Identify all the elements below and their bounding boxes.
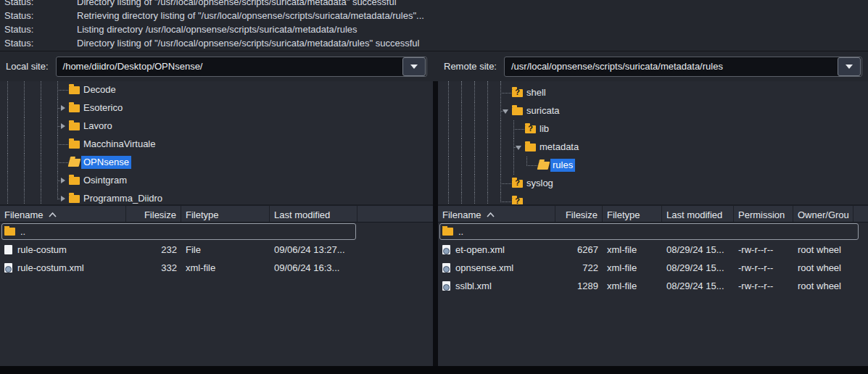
- focus-outline: [439, 223, 859, 240]
- tree-item-rules[interactable]: rules: [438, 157, 868, 175]
- remote-directory-tree[interactable]: shellsuricatalibmetadatarulessyslog: [438, 81, 868, 206]
- folder-icon: [69, 104, 80, 112]
- local-list-header: Filename Filesize Filetype Last modified: [0, 206, 433, 223]
- file-row-opnsense-xml[interactable]: opnsense.xml722xml-file08/29/24 15...-rw…: [438, 259, 868, 277]
- remote-site-path[interactable]: /usr/local/opnsense/scripts/suricata/met…: [505, 61, 837, 72]
- file-perms: -rw-r--r--: [734, 244, 793, 255]
- status-log-line: Status:Retrieving directory listing of "…: [0, 9, 868, 22]
- tree-item-label[interactable]: Osintgram: [81, 174, 129, 187]
- tree-item-label[interactable]: metadata: [537, 141, 581, 154]
- folder-icon: [69, 141, 80, 149]
- tree-collapse-icon[interactable]: [516, 146, 521, 150]
- xml-file-icon: [442, 263, 450, 273]
- status-message: Listing directory /usr/local/opnsense/sc…: [77, 22, 357, 36]
- remote-file-list[interactable]: ..et-open.xml6267xml-file08/29/24 15...-…: [438, 223, 868, 366]
- file-modified: 08/29/24 15...: [662, 244, 734, 255]
- file-row-rule-costum-xml[interactable]: rule-costum.xml332xml-file09/06/24 16:3.…: [0, 259, 433, 277]
- column-header-filename[interactable]: Filename: [438, 206, 555, 222]
- remote-site-combo[interactable]: /usr/local/opnsense/scripts/suricata/met…: [504, 57, 862, 77]
- tree-collapse-icon[interactable]: [503, 109, 508, 114]
- xml-file-icon: [442, 245, 450, 254]
- folder-icon: [512, 89, 523, 97]
- folder-icon: [512, 107, 523, 115]
- column-header-filetype[interactable]: Filetype: [603, 206, 662, 222]
- tree-item-macchinavirtuale[interactable]: MacchinaVirtuale: [0, 136, 433, 154]
- local-file-list[interactable]: ..rule-costum232File09/06/24 13:27...rul…: [0, 223, 433, 366]
- folder-icon: [69, 177, 80, 185]
- sort-ascending-icon: [487, 212, 495, 217]
- tree-expand-icon[interactable]: [61, 196, 65, 201]
- filename: et-open.xml: [455, 244, 505, 255]
- chevron-down-icon: [410, 65, 418, 69]
- focus-outline: [1, 223, 356, 240]
- status-label: Status:: [0, 0, 77, 9]
- file-icon: [4, 245, 12, 254]
- local-pane: DecodeEsotericoLavoroMacchinaVirtualeOPN…: [0, 81, 433, 366]
- remote-pane: shellsuricatalibmetadatarulessyslog File…: [438, 81, 868, 366]
- tree-item-label[interactable]: Programma_Diidro: [81, 192, 165, 205]
- local-directory-tree[interactable]: DecodeEsotericoLavoroMacchinaVirtualeOPN…: [0, 81, 433, 206]
- tree-expand-icon[interactable]: [61, 123, 65, 129]
- column-header-filename[interactable]: Filename: [0, 206, 126, 222]
- remote-list-header: Filename Filesize Filetype Last modified…: [438, 206, 868, 223]
- folder-icon: [512, 180, 523, 188]
- filename: sslbl.xml: [455, 280, 492, 291]
- tree-item-metadata[interactable]: metadata: [438, 138, 868, 157]
- file-row-et-open-xml[interactable]: et-open.xml6267xml-file08/29/24 15...-rw…: [438, 241, 868, 259]
- tree-item-esoterico[interactable]: Esoterico: [0, 99, 433, 117]
- tree-item-label[interactable]: shell: [524, 86, 548, 99]
- file-type: xml-file: [603, 244, 662, 255]
- column-header-last-modified[interactable]: Last modified: [270, 206, 357, 222]
- column-header-filesize[interactable]: Filesize: [555, 206, 603, 222]
- column-header-owner-group[interactable]: Owner/Grou: [793, 206, 853, 222]
- folder-icon: [4, 228, 15, 236]
- tree-item-opnsense[interactable]: OPNsense: [0, 154, 433, 172]
- tree-item-lavoro[interactable]: Lavoro: [0, 117, 433, 136]
- tree-item-suricata[interactable]: suricata: [438, 102, 868, 120]
- tree-item-label[interactable]: suricata: [524, 104, 562, 117]
- tree-item-label[interactable]: Lavoro: [81, 120, 115, 133]
- tree-item-syslog[interactable]: syslog: [438, 175, 868, 193]
- file-row-sslbl-xml[interactable]: sslbl.xml1289xml-file08/29/24 15...-rw-r…: [438, 277, 868, 295]
- local-site-path[interactable]: /home/diidro/Desktop/OPNsense/: [57, 61, 402, 72]
- column-header-label: Filename: [442, 209, 481, 220]
- column-header-filetype[interactable]: Filetype: [181, 206, 270, 222]
- column-header-last-modified[interactable]: Last modified: [662, 206, 734, 222]
- folder-icon: [69, 122, 80, 130]
- local-site-dropdown-button[interactable]: [402, 57, 426, 76]
- tree-item-label[interactable]: OPNsense: [81, 156, 131, 169]
- file-owner: root wheel: [793, 262, 853, 273]
- tree-item-label[interactable]: Esoterico: [81, 101, 125, 115]
- tree-item-label[interactable]: lib: [537, 122, 551, 136]
- file-row-rule-costum[interactable]: rule-costum232File09/06/24 13:27...: [0, 241, 433, 259]
- ftp-client-window: Status:Directory listing of "/usr/local/…: [0, 0, 868, 374]
- local-site-combo[interactable]: /home/diidro/Desktop/OPNsense/: [56, 57, 427, 77]
- file-row--[interactable]: ..: [438, 223, 868, 241]
- tree-item[interactable]: [438, 193, 868, 206]
- status-label: Status:: [0, 9, 77, 22]
- file-modified: 08/29/24 15...: [662, 262, 734, 273]
- tree-item-shell[interactable]: shell: [438, 84, 868, 102]
- tree-expand-icon[interactable]: [61, 178, 65, 183]
- tree-item-label[interactable]: rules: [550, 159, 575, 172]
- tree-item-label[interactable]: MacchinaVirtuale: [81, 138, 157, 151]
- file-row--[interactable]: ..: [0, 223, 433, 241]
- column-header-filesize[interactable]: Filesize: [126, 206, 181, 222]
- tree-item-label[interactable]: Decode: [81, 83, 118, 96]
- pane-splitter[interactable]: [433, 81, 438, 374]
- tree-item-programma_diidro[interactable]: Programma_Diidro: [0, 190, 433, 206]
- chevron-down-icon: [846, 65, 853, 69]
- folder-icon: [69, 195, 80, 203]
- tree-item-osintgram[interactable]: Osintgram: [0, 172, 433, 190]
- folder-icon: [525, 125, 536, 133]
- local-site-bar: Local site: /home/diidro/Desktop/OPNsens…: [0, 51, 433, 81]
- remote-site-dropdown-button[interactable]: [838, 57, 861, 76]
- file-owner: root wheel: [793, 244, 853, 255]
- tree-item-lib[interactable]: lib: [438, 120, 868, 138]
- file-size: 1289: [555, 280, 603, 291]
- tree-item-decode[interactable]: Decode: [0, 81, 433, 99]
- column-header-permission[interactable]: Permission: [734, 206, 793, 222]
- tree-expand-icon[interactable]: [61, 105, 65, 111]
- folder-icon: [525, 144, 536, 151]
- tree-item-label[interactable]: syslog: [524, 177, 555, 190]
